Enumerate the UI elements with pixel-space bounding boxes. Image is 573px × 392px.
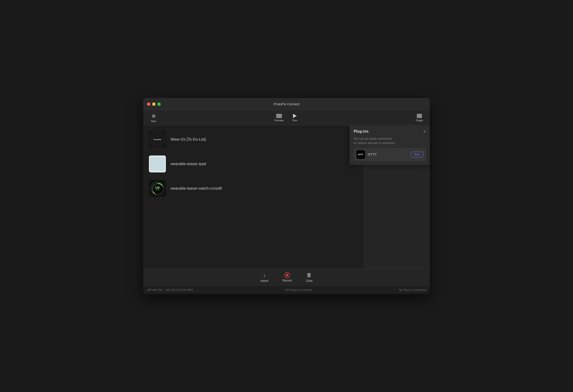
- list-item[interactable]: wearable-teaser-ipad: [143, 152, 364, 176]
- record-icon: [284, 272, 290, 278]
- player-status: No Player Connected: [198, 288, 399, 292]
- ipad-inner: [150, 157, 165, 171]
- status-bar: @Fredo Tan - 192.168.219.102:9981 ··· No…: [143, 285, 430, 294]
- plugins-panel: Plug-ins + Pie can be easily connectedto…: [350, 125, 430, 165]
- project-thumb-watch: 106 BPM: [149, 180, 166, 197]
- new-label: New: [151, 120, 156, 123]
- run-button[interactable]: Run: [288, 112, 302, 123]
- import-label: Import: [260, 279, 268, 283]
- plugin-label: Plugin: [416, 119, 423, 122]
- clear-button[interactable]: 🗑 Clear: [306, 272, 313, 283]
- plugins-header: Plug-ins +: [354, 129, 426, 134]
- preview-button[interactable]: Preview: [271, 112, 286, 123]
- record-button[interactable]: Record: [283, 272, 292, 282]
- plugin-button[interactable]: Plugin: [413, 112, 426, 123]
- protopie-logo: ProtoPie: [152, 134, 163, 145]
- main-content: ProtoPie Wear-Os [To-Do-List] wearable-t…: [143, 125, 430, 268]
- import-button[interactable]: ↓ Import: [260, 272, 268, 283]
- project-name: wearable-teaser-watch-crossfit: [171, 186, 222, 191]
- minimize-button[interactable]: [152, 103, 156, 106]
- project-thumb-ipad: [149, 156, 166, 172]
- plugin-name: IFTTT: [368, 153, 408, 156]
- plugin-icon: [417, 114, 422, 118]
- list-item[interactable]: ProtoPie Wear-Os [To-Do-List]: [143, 127, 364, 152]
- ifttt-icon: IFTTT: [357, 150, 365, 159]
- project-name: wearable-teaser-ipad: [171, 162, 206, 166]
- toolbar: ⊕ New Preview Run Plugin: [143, 110, 430, 125]
- bpm-display: 106 BPM: [155, 186, 160, 191]
- plugins-title: Plug-ins: [354, 129, 369, 134]
- maximize-button[interactable]: [157, 103, 161, 106]
- watch-thumb-bg: 106 BPM: [149, 180, 166, 197]
- bottom-bar: ↓ Import Record 🗑 Clear: [143, 268, 430, 285]
- record-label: Record: [283, 279, 292, 282]
- status-left: @Fredo Tan - 192.168.219.102:9981 ···: [147, 288, 198, 292]
- close-button[interactable]: [147, 103, 150, 106]
- project-list: ProtoPie Wear-Os [To-Do-List] wearable-t…: [143, 125, 364, 268]
- title-bar: ProtoPie Connect: [143, 98, 430, 110]
- preview-icon: [276, 114, 282, 118]
- clear-label: Clear: [306, 279, 313, 283]
- toolbar-center: Preview Run: [271, 112, 301, 123]
- protopie-thumb-bg: ProtoPie: [149, 131, 166, 148]
- app-window: ProtoPie Connect ⊕ New Preview Run Plugi…: [143, 98, 430, 294]
- plugins-add-button[interactable]: +: [423, 129, 426, 134]
- ipad-thumb-bg: [149, 156, 166, 172]
- new-button[interactable]: ⊕ New: [147, 112, 160, 124]
- traffic-lights: [147, 103, 161, 106]
- run-label: Run: [292, 119, 297, 122]
- plus-icon: ⊕: [152, 113, 156, 119]
- watch-ring: 106 BPM: [151, 182, 164, 195]
- plugin-item-ifttt: IFTTT IFTTT Run: [354, 148, 426, 161]
- more-options[interactable]: ···: [195, 288, 198, 292]
- trash-icon: 🗑: [306, 272, 312, 278]
- preview-label: Preview: [274, 119, 284, 122]
- list-item[interactable]: 106 BPM wearable-teaser-watch-crossfit: [143, 176, 364, 201]
- import-icon: ↓: [263, 272, 266, 278]
- plugins-description: Pie can be easily connectedto various de…: [354, 137, 426, 145]
- ifttt-run-button[interactable]: Run: [411, 152, 423, 157]
- run-icon: [293, 114, 297, 118]
- plugin-status: No Plug-in connected: [399, 288, 426, 292]
- project-thumb-wear-os: ProtoPie: [149, 131, 166, 148]
- window-title: ProtoPie Connect: [273, 102, 300, 106]
- user-info: @Fredo Tan - 192.168.219.102:9981: [147, 288, 194, 292]
- project-name: Wear-Os [To-Do-List]: [171, 137, 206, 142]
- toolbar-right: Plugin: [413, 112, 426, 123]
